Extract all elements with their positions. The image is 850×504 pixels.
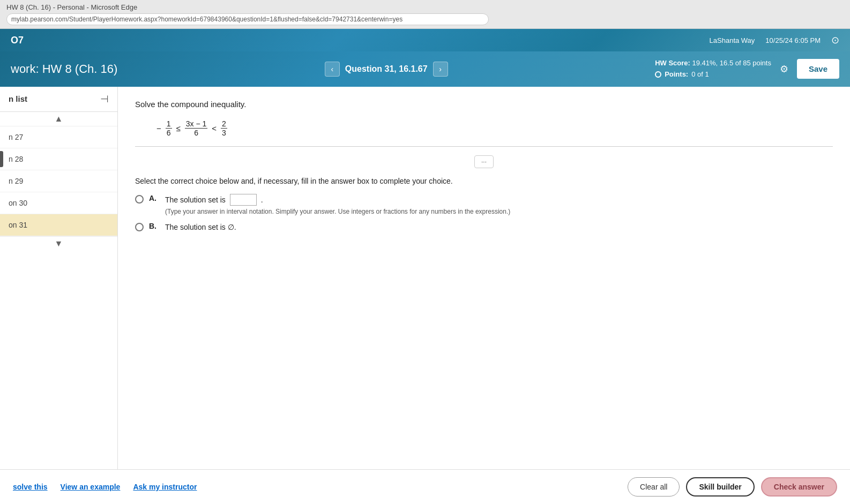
datetime: 10/25/24 6:05 PM — [765, 36, 821, 44]
clear-all-button[interactable]: Clear all — [628, 477, 680, 497]
sidebar-item-q29[interactable]: n 29 — [0, 170, 117, 192]
choice-a-row: A. The solution set is . (Type your answ… — [135, 194, 833, 215]
browser-chrome: HW 8 (Ch. 16) - Personal - Microsoft Edg… — [0, 0, 850, 29]
hw-title-text: HW 8 (Ch. 16) — [42, 62, 118, 76]
sidebar-scroll-up-button[interactable]: ▲ — [0, 112, 117, 126]
app-wrapper: HW 8 (Ch. 16) - Personal - Microsoft Edg… — [0, 0, 850, 504]
answer-input-a[interactable] — [230, 194, 257, 206]
choice-a-text: The solution set is — [165, 194, 226, 206]
sidebar-item-q30[interactable]: on 30 — [0, 192, 117, 214]
footer-right: Clear all Skill builder Check answer — [628, 477, 837, 497]
browser-url: mylab.pearson.com/Student/PlayerHomework… — [6, 13, 489, 25]
choice-b-text: The solution set is ∅. — [165, 222, 236, 233]
save-button[interactable]: Save — [797, 59, 839, 79]
question-instruction: Solve the compound inequality. — [135, 100, 833, 109]
help-solve-link[interactable]: solve this — [13, 483, 48, 491]
sidebar: n list ⊣ ▲ n 27 n 28 n 29 on 30 on 31 ▼ — [0, 87, 118, 469]
choice-a-suffix: . — [261, 194, 263, 206]
next-question-button[interactable]: › — [433, 62, 448, 77]
ask-instructor-link[interactable]: Ask my instructor — [133, 483, 197, 491]
choice-a-hint: (Type your answer in interval notation. … — [165, 208, 510, 215]
user-name: LaShanta Way — [710, 36, 755, 44]
collapse-sidebar-button[interactable]: ⊣ — [100, 93, 109, 105]
content-area: n list ⊣ ▲ n 27 n 28 n 29 on 30 on 31 ▼ … — [0, 87, 850, 469]
main-content: Solve the compound inequality. − 1 6 ≤ 3… — [118, 87, 850, 469]
settings-icon[interactable]: ⚙ — [780, 63, 788, 75]
points-circle-icon — [655, 71, 661, 78]
math-formula: − 1 6 ≤ 3x − 1 6 < 2 3 — [156, 119, 833, 138]
fraction-1: 1 6 — [166, 119, 172, 138]
sidebar-title: n list — [9, 94, 27, 103]
footer-left: solve this View an example Ask my instru… — [13, 483, 197, 491]
hw-score: HW Score: 19.41%, 16.5 of 85 points — [655, 58, 771, 69]
view-example-link[interactable]: View an example — [61, 483, 121, 491]
prev-question-button[interactable]: ‹ — [325, 62, 340, 77]
select-instruction: Select the correct choice below and, if … — [135, 177, 833, 185]
question-nav: ‹ Question 31, 16.1.67 › — [325, 62, 448, 77]
skill-builder-button[interactable]: Skill builder — [686, 477, 754, 497]
hw-title: work: HW 8 (Ch. 16) — [11, 62, 117, 76]
question-label: Question 31, 16.1.67 — [345, 64, 428, 74]
top-header-right: LaShanta Way 10/25/24 6:05 PM ⊙ — [710, 34, 839, 46]
help-icon[interactable]: ⊙ — [831, 34, 839, 46]
sidebar-item-q28[interactable]: n 28 — [0, 148, 117, 170]
choice-b-radio[interactable] — [135, 223, 144, 231]
sidebar-item-q27[interactable]: n 27 — [0, 126, 117, 148]
choice-a-content: The solution set is . (Type your answer … — [165, 194, 510, 215]
nav-bar: work: HW 8 (Ch. 16) ‹ Question 31, 16.1.… — [0, 51, 850, 87]
page-id: O7 — [11, 35, 24, 46]
more-options-button[interactable]: ··· — [474, 155, 494, 168]
fraction-2: 3x − 1 6 — [185, 119, 208, 138]
choice-a-radio[interactable] — [135, 195, 144, 204]
sidebar-header: n list ⊣ — [0, 87, 117, 112]
sidebar-item-q31[interactable]: on 31 — [0, 214, 117, 236]
sidebar-scroll-down-button[interactable]: ▼ — [0, 236, 117, 251]
score-section: HW Score: 19.41%, 16.5 of 85 points Poin… — [655, 58, 771, 80]
choice-b-row: B. The solution set is ∅. — [135, 222, 833, 233]
points-row: Points: 0 of 1 — [655, 69, 771, 80]
check-answer-button[interactable]: Check answer — [761, 477, 837, 497]
choice-a-label: A. — [149, 194, 160, 202]
footer-bar: solve this View an example Ask my instru… — [0, 469, 850, 504]
choice-b-label: B. — [149, 222, 160, 230]
browser-title: HW 8 (Ch. 16) - Personal - Microsoft Edg… — [6, 3, 844, 11]
hw-label: work: — [11, 62, 42, 76]
top-header: O7 LaShanta Way 10/25/24 6:05 PM ⊙ — [0, 29, 850, 51]
divider — [135, 146, 833, 147]
fraction-3: 2 3 — [221, 119, 227, 138]
